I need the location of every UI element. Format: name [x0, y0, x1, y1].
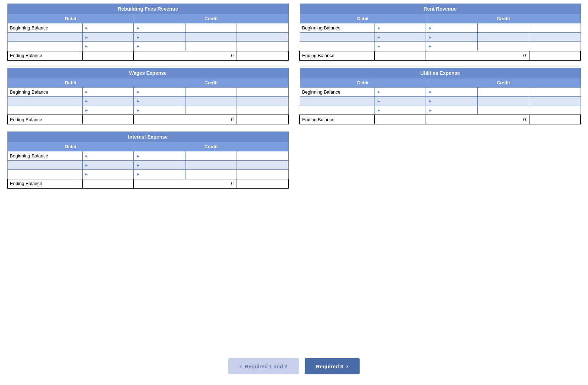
credit-input-cell[interactable]: ► — [426, 87, 477, 96]
ending-balance-debit[interactable] — [82, 115, 134, 124]
ending-debit-input[interactable] — [85, 53, 131, 58]
debit-input[interactable] — [90, 162, 132, 168]
debit-input-cell[interactable]: ► — [375, 96, 426, 106]
credit-input-cell-3[interactable] — [237, 23, 288, 33]
credit-input[interactable] — [188, 34, 234, 40]
credit-input[interactable] — [188, 99, 234, 104]
credit-input[interactable] — [188, 162, 234, 168]
credit-input-cell[interactable] — [237, 170, 288, 179]
credit-input-cell[interactable] — [529, 23, 581, 33]
credit-input[interactable] — [433, 34, 475, 40]
credit-input-cell[interactable]: ► — [134, 42, 185, 51]
debit-input[interactable] — [90, 89, 132, 95]
ending-debit-input[interactable] — [85, 181, 131, 186]
credit-input[interactable] — [239, 44, 286, 49]
credit-input-cell[interactable] — [237, 161, 288, 170]
credit-input[interactable] — [141, 162, 183, 168]
debit-input[interactable] — [382, 34, 424, 40]
credit-input[interactable] — [480, 34, 527, 40]
credit-input-cell[interactable] — [185, 151, 237, 161]
debit-input[interactable] — [90, 153, 132, 158]
credit-input-cell[interactable] — [185, 170, 237, 179]
credit-input[interactable] — [188, 89, 234, 95]
credit-input-cell[interactable]: ► — [426, 42, 477, 51]
credit-input[interactable] — [433, 44, 475, 49]
credit-input-cell[interactable] — [237, 42, 288, 51]
ending-debit-input[interactable] — [377, 117, 423, 122]
credit-input-cell[interactable] — [237, 87, 288, 96]
credit-input[interactable] — [141, 89, 183, 95]
credit-input-cell[interactable] — [478, 42, 529, 51]
debit-input[interactable] — [90, 44, 132, 49]
credit-input-cell[interactable]: ► — [426, 96, 477, 106]
debit-input-cell[interactable]: ► — [82, 87, 134, 96]
credit-input[interactable] — [141, 34, 183, 40]
ending-credit-input[interactable] — [532, 53, 578, 58]
debit-input-cell[interactable]: ► — [82, 106, 134, 115]
credit-input[interactable] — [141, 172, 183, 177]
credit-input[interactable] — [531, 107, 578, 113]
credit-input[interactable] — [239, 34, 286, 40]
credit-input-cell[interactable] — [529, 87, 581, 96]
credit-input-cell[interactable] — [185, 161, 237, 170]
credit-input[interactable] — [239, 153, 286, 158]
debit-input-cell[interactable]: ► — [375, 106, 426, 115]
credit-input[interactable] — [531, 34, 578, 40]
credit-input-cell[interactable]: ► — [134, 161, 185, 170]
ending-credit-input[interactable] — [239, 181, 286, 186]
debit-input-cell[interactable]: ► — [82, 170, 134, 179]
credit-input[interactable] — [141, 107, 183, 113]
credit-input[interactable] — [480, 44, 527, 49]
credit-input-cell-1[interactable]: ► — [134, 23, 185, 33]
ending-debit-input[interactable] — [377, 53, 423, 58]
ending-credit-input[interactable] — [532, 117, 578, 122]
credit-input[interactable] — [188, 44, 234, 49]
credit-input-cell[interactable]: ► — [426, 33, 477, 42]
debit-input[interactable] — [382, 44, 424, 49]
prev-button[interactable]: ‹ Required 1 and 2 — [228, 358, 299, 374]
credit-input[interactable] — [188, 172, 234, 177]
debit-input[interactable] — [382, 99, 424, 104]
credit-input[interactable] — [188, 153, 234, 158]
credit-input[interactable] — [239, 89, 286, 95]
credit-input[interactable] — [239, 99, 286, 104]
credit-input[interactable] — [433, 99, 475, 104]
credit-input[interactable] — [531, 25, 578, 30]
debit-input-cell[interactable]: ► — [82, 151, 134, 161]
credit-input[interactable] — [433, 89, 475, 95]
credit-input-cell[interactable]: ► — [134, 106, 185, 115]
credit-input[interactable] — [480, 99, 527, 104]
debit-input[interactable] — [90, 25, 132, 30]
debit-input[interactable] — [382, 25, 424, 30]
debit-input-cell[interactable]: ► — [375, 42, 426, 51]
credit-input[interactable] — [141, 44, 183, 49]
credit-input-cell[interactable] — [185, 87, 237, 96]
credit-input[interactable] — [188, 107, 234, 113]
ending-balance-extra[interactable] — [529, 51, 581, 60]
credit-input[interactable] — [239, 107, 286, 113]
ending-balance-debit[interactable] — [82, 179, 134, 188]
credit-input[interactable] — [239, 172, 286, 177]
debit-input-cell[interactable]: ► — [375, 87, 426, 96]
credit-input-cell-2[interactable] — [185, 23, 237, 33]
credit-input-cell[interactable] — [237, 106, 288, 115]
debit-input[interactable] — [90, 107, 132, 113]
credit-input[interactable] — [433, 107, 475, 113]
next-button[interactable]: Required 3 › — [305, 358, 360, 374]
credit-input[interactable] — [531, 44, 578, 49]
ending-balance-extra[interactable] — [529, 115, 581, 124]
credit-input[interactable] — [531, 99, 578, 104]
credit-input[interactable] — [141, 99, 183, 104]
credit-input-cell[interactable] — [529, 33, 581, 42]
ending-balance-debit[interactable] — [375, 51, 426, 60]
credit-input[interactable] — [480, 25, 527, 30]
credit-input-cell[interactable] — [185, 42, 237, 51]
ending-credit-input[interactable] — [239, 53, 286, 58]
credit-input-cell[interactable]: ► — [134, 170, 185, 179]
credit-input[interactable] — [433, 25, 475, 30]
credit-input-cell[interactable] — [237, 96, 288, 106]
credit-input-cell[interactable] — [478, 96, 529, 106]
debit-input[interactable] — [90, 99, 132, 104]
credit-input[interactable] — [239, 162, 286, 168]
ending-balance-extra[interactable] — [237, 51, 288, 60]
